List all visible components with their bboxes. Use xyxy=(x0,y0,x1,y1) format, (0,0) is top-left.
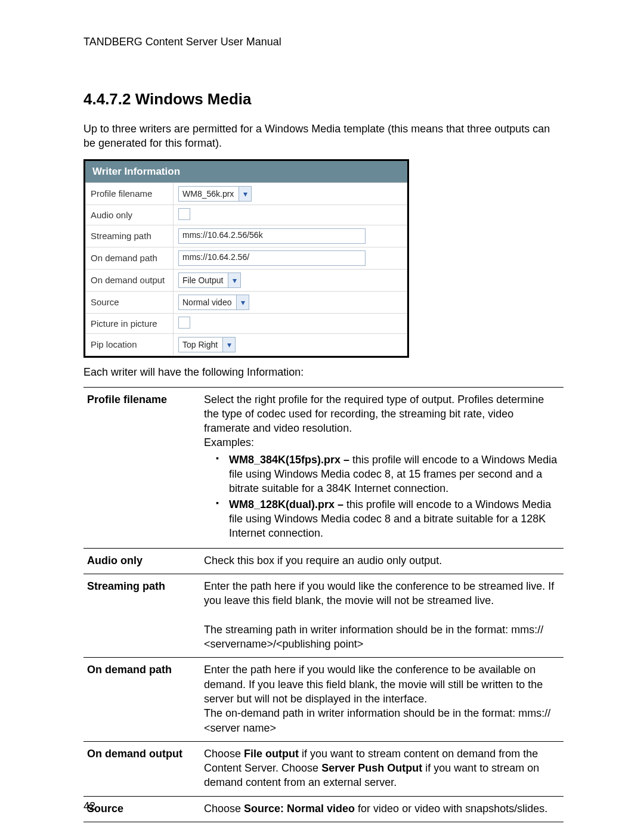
audio-only-checkbox[interactable] xyxy=(178,208,190,220)
label-profile-filename: Profile filename xyxy=(86,182,174,205)
term-source: Source xyxy=(83,796,200,822)
picture-in-picture-checkbox[interactable] xyxy=(178,317,190,329)
term-streaming-path: Streaming path xyxy=(83,574,200,657)
desc-streaming-path: Enter the path here if you would like th… xyxy=(200,574,564,657)
label-streaming-path: Streaming path xyxy=(86,225,174,247)
example-2: WM8_128K(dual).prx – this profile will e… xyxy=(216,497,558,541)
example-1: WM8_384K(15fps).prx – this profile will … xyxy=(216,453,558,496)
term-on-demand-path: On demand path xyxy=(83,658,200,741)
on-demand-path-input[interactable]: mms://10.64.2.56/ xyxy=(178,250,366,266)
term-on-demand-output: On demand output xyxy=(83,741,200,796)
label-on-demand-output: On demand output xyxy=(86,269,174,291)
desc-profile-filename: Select the right profile for the require… xyxy=(200,387,564,548)
source-value: Normal video xyxy=(182,298,231,307)
odo-b2: Server Push Output xyxy=(321,762,422,774)
profile-filename-select[interactable]: WM8_56k.prx ▾ xyxy=(178,186,252,202)
chevron-down-icon: ▾ xyxy=(228,273,240,287)
src-pre: Choose xyxy=(204,803,244,815)
term-audio-only: Audio only xyxy=(83,548,200,574)
term-profile-filename: Profile filename xyxy=(83,387,200,548)
document-page: TANDBERG Content Server User Manual 4.4.… xyxy=(0,0,644,833)
src-b1: Source: Normal video xyxy=(244,803,355,815)
on-demand-output-select[interactable]: File Output ▾ xyxy=(178,272,241,288)
label-picture-in-picture: Picture in picture xyxy=(86,313,174,333)
section-heading: 4.4.7.2 Windows Media xyxy=(83,90,564,109)
odo-b1: File output xyxy=(244,748,299,760)
desc-source: Choose Source: Normal video for video or… xyxy=(200,796,564,822)
chevron-down-icon: ▾ xyxy=(239,187,251,201)
page-number: 42 xyxy=(83,800,95,813)
streaming-path-p2: The streaming path in writer information… xyxy=(204,624,543,650)
label-pip-location: Pip location xyxy=(86,333,174,355)
chevron-down-icon: ▾ xyxy=(222,337,235,352)
examples-label: Examples: xyxy=(204,436,254,448)
label-audio-only: Audio only xyxy=(86,205,174,225)
intro-paragraph: Up to three writers are permitted for a … xyxy=(83,122,564,151)
on-demand-output-value: File Output xyxy=(182,275,223,285)
src-post: for video or video with snapshots/slides… xyxy=(355,803,547,815)
example-1-bold: WM8_384K(15fps).prx – xyxy=(229,454,352,466)
odo-pre: Choose xyxy=(204,748,244,760)
doc-header: TANDBERG Content Server User Manual xyxy=(83,36,564,48)
label-source: Source xyxy=(86,291,174,313)
example-2-bold: WM8_128K(dual).prx – xyxy=(229,498,346,510)
streaming-path-p1: Enter the path here if you would like th… xyxy=(204,580,554,606)
writer-info-table: Profile filename WM8_56k.prx ▾ Audio onl… xyxy=(85,182,407,356)
desc-audio-only: Check this box if you require an audio o… xyxy=(200,548,564,574)
writer-information-screenshot: Writer Information Profile filename WM8_… xyxy=(83,159,409,358)
definitions-table: Profile filename Select the right profil… xyxy=(83,387,564,822)
desc-on-demand-output: Choose File output if you want to stream… xyxy=(200,741,564,796)
profile-filename-value: WM8_56k.prx xyxy=(182,189,234,199)
pip-location-select[interactable]: Top Right ▾ xyxy=(178,337,236,352)
source-select[interactable]: Normal video ▾ xyxy=(178,295,249,310)
streaming-path-input[interactable]: mms://10.64.2.56/56k xyxy=(178,228,366,244)
after-screenshot-text: Each writer will have the following Info… xyxy=(83,366,564,379)
writer-info-title: Writer Information xyxy=(85,161,407,182)
chevron-down-icon: ▾ xyxy=(236,295,249,309)
pip-location-value: Top Right xyxy=(182,340,218,349)
profile-filename-intro: Select the right profile for the require… xyxy=(204,394,544,435)
label-on-demand-path: On demand path xyxy=(86,247,174,269)
desc-on-demand-path: Enter the path here if you would like th… xyxy=(200,658,564,741)
